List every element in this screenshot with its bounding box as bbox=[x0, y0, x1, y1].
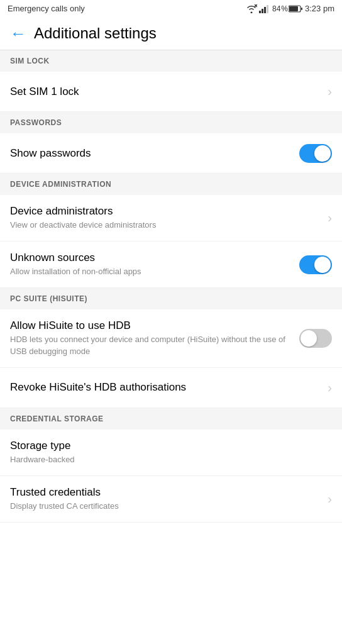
list-item-storage-type: Storage typeHardware-backed bbox=[0, 430, 342, 476]
list-item-subtitle-trusted-credentials: Display trusted CA certificates bbox=[10, 501, 320, 512]
settings-list: SIM LOCKSet SIM 1 lock›PASSWORDSShow pas… bbox=[0, 50, 342, 523]
list-item-title-unknown-sources: Unknown sources bbox=[10, 252, 292, 264]
svg-rect-8 bbox=[301, 8, 302, 10]
list-item-title-revoke-hisuite: Revoke HiSuite's HDB authorisations bbox=[10, 381, 320, 394]
list-item-content-trusted-credentials: Trusted credentialsDisplay trusted CA ce… bbox=[10, 486, 328, 512]
list-item-title-allow-hisuite-hdb: Allow HiSuite to use HDB bbox=[10, 319, 292, 332]
list-item-title-device-administrators: Device administrators bbox=[10, 205, 320, 218]
list-item-content-set-sim-lock: Set SIM 1 lock bbox=[10, 86, 328, 98]
svg-rect-2 bbox=[259, 11, 261, 13]
status-icons: 84% bbox=[246, 4, 302, 13]
status-left: Emergency calls only bbox=[8, 4, 85, 13]
list-item-content-revoke-hisuite: Revoke HiSuite's HDB authorisations bbox=[10, 381, 328, 394]
chevron-icon-revoke-hisuite: › bbox=[328, 380, 332, 395]
list-item-unknown-sources[interactable]: Unknown sourcesAllow installation of non… bbox=[0, 242, 342, 288]
app-header: ← Additional settings bbox=[0, 17, 342, 50]
svg-rect-5 bbox=[267, 5, 268, 13]
list-item-title-set-sim-lock: Set SIM 1 lock bbox=[10, 86, 320, 98]
list-item-content-show-passwords: Show passwords bbox=[10, 147, 299, 160]
page-title: Additional settings bbox=[34, 25, 157, 42]
back-button[interactable]: ← bbox=[10, 25, 26, 42]
chevron-icon-trusted-credentials: › bbox=[328, 492, 332, 506]
status-right: 84% 3:23 pm bbox=[246, 4, 334, 13]
status-bar: Emergency calls only 84% bbox=[0, 0, 342, 17]
section-header-device-administration: DEVICE ADMINISTRATION bbox=[0, 174, 342, 195]
list-item-revoke-hisuite[interactable]: Revoke HiSuite's HDB authorisations› bbox=[0, 368, 342, 408]
chevron-icon-device-administrators: › bbox=[328, 211, 332, 225]
toggle-knob-unknown-sources bbox=[314, 257, 331, 273]
list-item-subtitle-unknown-sources: Allow installation of non-official apps bbox=[10, 266, 292, 277]
chevron-icon-set-sim-lock: › bbox=[328, 84, 332, 99]
list-item-set-sim-lock[interactable]: Set SIM 1 lock› bbox=[0, 72, 342, 112]
section-header-passwords: PASSWORDS bbox=[0, 112, 342, 133]
list-item-subtitle-allow-hisuite-hdb: HDB lets you connect your device and com… bbox=[10, 334, 292, 357]
battery-shape bbox=[289, 5, 302, 13]
list-item-title-trusted-credentials: Trusted credentials bbox=[10, 486, 320, 499]
list-item-content-storage-type: Storage typeHardware-backed bbox=[10, 440, 332, 465]
toggle-unknown-sources[interactable] bbox=[299, 255, 332, 274]
list-item-device-administrators[interactable]: Device administratorsView or deactivate … bbox=[0, 195, 342, 242]
list-item-content-unknown-sources: Unknown sourcesAllow installation of non… bbox=[10, 252, 299, 277]
svg-rect-7 bbox=[289, 6, 298, 11]
list-item-allow-hisuite-hdb[interactable]: Allow HiSuite to use HDBHDB lets you con… bbox=[0, 309, 342, 367]
list-item-subtitle-storage-type: Hardware-backed bbox=[10, 454, 324, 465]
wifi-icon bbox=[246, 4, 257, 13]
list-item-title-show-passwords: Show passwords bbox=[10, 147, 292, 160]
list-item-trusted-credentials[interactable]: Trusted credentialsDisplay trusted CA ce… bbox=[0, 476, 342, 523]
toggle-show-passwords[interactable] bbox=[299, 144, 332, 163]
list-item-content-allow-hisuite-hdb: Allow HiSuite to use HDBHDB lets you con… bbox=[10, 319, 299, 357]
section-header-pc-suite: PC SUITE (HISUITE) bbox=[0, 288, 342, 309]
list-item-show-passwords[interactable]: Show passwords bbox=[0, 133, 342, 174]
toggle-knob-allow-hisuite-hdb bbox=[301, 330, 317, 347]
list-item-subtitle-device-administrators: View or deactivate device administrators bbox=[10, 219, 320, 231]
toggle-allow-hisuite-hdb[interactable] bbox=[299, 329, 332, 348]
toggle-knob-show-passwords bbox=[314, 145, 331, 162]
battery-icon: 84% bbox=[272, 4, 302, 13]
list-item-title-storage-type: Storage type bbox=[10, 440, 324, 452]
section-header-sim-lock: SIM LOCK bbox=[0, 50, 342, 72]
time-display: 3:23 pm bbox=[305, 4, 334, 13]
list-item-content-device-administrators: Device administratorsView or deactivate … bbox=[10, 205, 328, 231]
svg-rect-3 bbox=[262, 9, 263, 13]
section-header-credential-storage: CREDENTIAL STORAGE bbox=[0, 408, 342, 430]
signal-icon bbox=[259, 4, 270, 13]
svg-rect-4 bbox=[264, 7, 266, 13]
